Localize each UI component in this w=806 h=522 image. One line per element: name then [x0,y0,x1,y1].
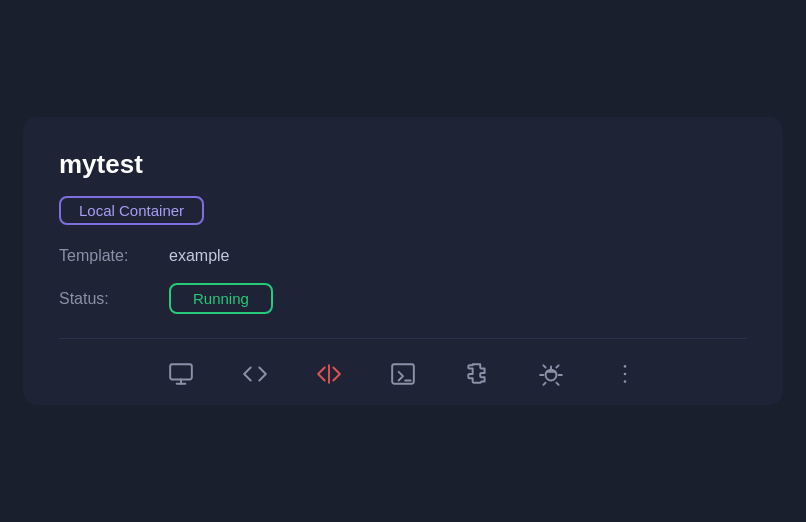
svg-point-8 [624,365,627,368]
more-icon[interactable] [612,361,638,387]
toolbar: Desktop [59,338,747,405]
status-badge: Running [169,283,273,314]
status-label: Status: [59,290,169,308]
bug-icon[interactable] [538,361,564,387]
template-row: Template: example [59,247,747,265]
desktop-icon[interactable] [168,361,194,387]
terminal-icon[interactable] [390,361,416,387]
svg-rect-0 [170,364,192,379]
code-icon[interactable] [242,361,268,387]
template-value: example [169,247,229,265]
svg-point-9 [624,373,627,376]
local-container-badge[interactable]: Local Container [59,196,204,225]
container-card: mytest Local Container Template: example… [23,117,783,405]
puzzle-icon[interactable] [464,361,490,387]
status-row: Status: Running [59,283,747,314]
code-slash-icon[interactable] [316,361,342,387]
card-title: mytest [59,149,747,180]
svg-point-10 [624,380,627,383]
template-label: Template: [59,247,169,265]
